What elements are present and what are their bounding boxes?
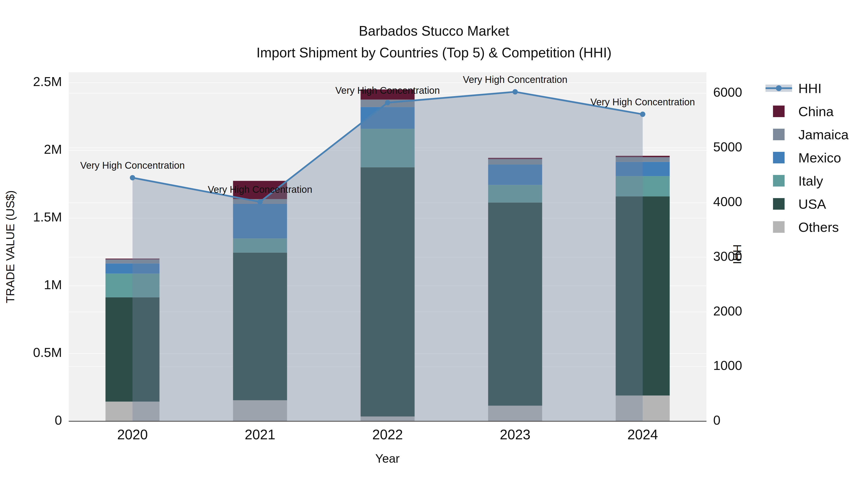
legend-label-others: Others — [798, 219, 839, 235]
chart-subtitle: Import Shipment by Countries (Top 5) & C… — [0, 42, 868, 63]
svg-text:Very High Concentration: Very High Concentration — [335, 85, 440, 96]
chart-canvas: 00.5M1M1.5M2M2.5M01000200030004000500060… — [0, 0, 868, 488]
china-swatch-icon — [773, 105, 784, 117]
legend-label-italy: Italy — [798, 173, 823, 189]
legend-item-mexico[interactable]: Mexico — [766, 146, 849, 169]
jamaica-swatch-icon — [773, 129, 784, 140]
svg-text:1M: 1M — [44, 278, 62, 292]
svg-text:2020: 2020 — [117, 427, 148, 442]
chart-title-block: Barbados Stucco Market Import Shipment b… — [0, 20, 868, 63]
hhi-area-band — [766, 85, 792, 92]
others-swatch-icon — [773, 221, 784, 233]
legend-item-hhi[interactable]: HHI — [766, 77, 849, 100]
svg-text:2.5M: 2.5M — [33, 74, 62, 89]
legend-item-italy[interactable]: Italy — [766, 169, 849, 192]
svg-text:Very High Concentration: Very High Concentration — [590, 97, 695, 107]
svg-text:2022: 2022 — [372, 427, 403, 442]
legend-item-jamaica[interactable]: Jamaica — [766, 123, 849, 146]
legend-item-china[interactable]: China — [766, 100, 849, 123]
svg-text:Very High Concentration: Very High Concentration — [208, 184, 312, 195]
legend-label-mexico: Mexico — [798, 150, 841, 166]
legend-item-others[interactable]: Others — [766, 216, 849, 238]
svg-text:2024: 2024 — [627, 427, 658, 442]
chart-title: Barbados Stucco Market — [0, 20, 868, 42]
hhi-line-swatch — [766, 85, 792, 92]
legend-item-usa[interactable]: USA — [766, 192, 849, 216]
right-axis-title: HHI — [731, 245, 744, 264]
svg-text:1.5M: 1.5M — [33, 210, 62, 224]
legend: HHI China Jamaica Mexico Italy USA Other… — [766, 77, 849, 238]
legend-label-china: China — [798, 104, 834, 119]
legend-label-usa: USA — [798, 196, 826, 212]
svg-text:2021: 2021 — [245, 427, 275, 442]
x-axis-title: Year — [375, 452, 400, 465]
svg-text:2000: 2000 — [713, 304, 742, 318]
left-axis-title: TRADE VALUE (US$) — [4, 190, 17, 303]
usa-swatch-icon — [773, 198, 784, 210]
svg-text:1000: 1000 — [713, 358, 742, 372]
svg-text:0: 0 — [55, 413, 62, 427]
svg-text:Very High Concentration: Very High Concentration — [80, 160, 185, 171]
svg-text:2023: 2023 — [500, 427, 530, 442]
svg-text:Very High Concentration: Very High Concentration — [463, 74, 567, 85]
svg-text:2M: 2M — [44, 142, 62, 156]
italy-swatch-icon — [773, 175, 784, 187]
svg-text:0: 0 — [713, 413, 720, 427]
svg-text:6000: 6000 — [713, 85, 742, 99]
svg-text:4000: 4000 — [713, 194, 742, 209]
svg-text:0.5M: 0.5M — [33, 345, 62, 360]
legend-label-jamaica: Jamaica — [798, 127, 849, 142]
hhi-marker-icon — [776, 85, 782, 91]
legend-label-hhi: HHI — [798, 80, 822, 96]
page: 00.5M1M1.5M2M2.5M01000200030004000500060… — [0, 0, 868, 488]
svg-text:5000: 5000 — [713, 139, 742, 154]
mexico-swatch-icon — [773, 152, 784, 163]
